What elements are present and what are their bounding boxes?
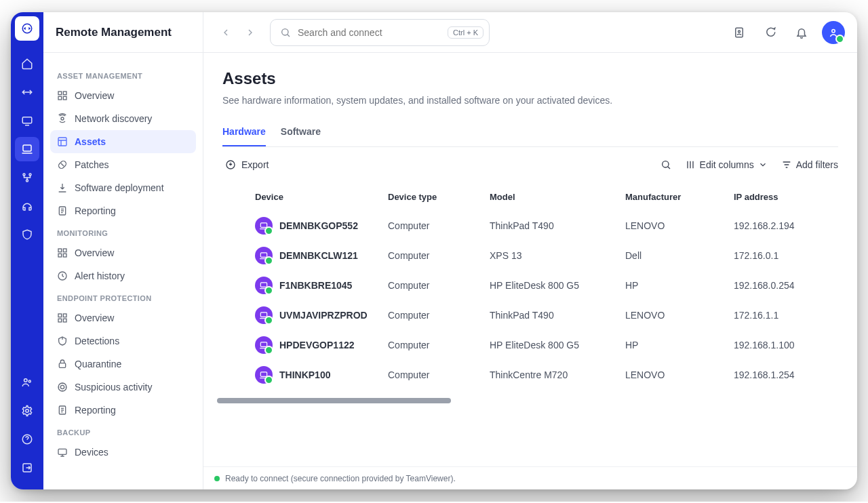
device-cell: HPDEVGOP1122 (255, 336, 388, 354)
table-row[interactable]: DEMNBKGOP552ComputerThinkPad T490LENOVO1… (222, 211, 838, 241)
table-row[interactable]: THINKP100ComputerThinkCentre M720LENOVO1… (222, 360, 838, 390)
sidebar-item-assets[interactable]: Assets (50, 130, 196, 153)
col-type: Device type (388, 192, 490, 202)
search-shortcut: Ctrl + K (448, 26, 484, 39)
svg-point-4 (29, 174, 31, 176)
tabs: HardwareSoftware (222, 121, 838, 147)
cell-type: Computer (388, 369, 490, 380)
table-row[interactable]: DEMNBKCLW121ComputerXPS 13Dell172.16.0.1 (222, 241, 838, 270)
sidebar-item-overview[interactable]: Overview (50, 84, 196, 107)
cell-model: HP EliteDesk 800 G5 (490, 340, 625, 350)
device-icon (255, 306, 273, 324)
svg-rect-43 (260, 342, 267, 346)
cell-ip: 192.168.0.254 (734, 280, 835, 291)
rail-shield-icon[interactable] (15, 222, 39, 247)
sidebar-item-software-deployment[interactable]: Software deployment (50, 176, 196, 199)
status-text: Ready to connect (secure connection prov… (225, 474, 456, 483)
cell-ip: 192.168.1.100 (734, 340, 835, 350)
tab-hardware[interactable]: Hardware (222, 121, 266, 146)
sidebar-item-overview[interactable]: Overview (50, 241, 196, 264)
svg-rect-39 (260, 223, 267, 227)
rail-help-icon[interactable] (15, 427, 39, 451)
messages-icon[interactable] (760, 22, 781, 43)
device-cell: DEMNBKGOP552 (255, 217, 388, 235)
sidebar-item-detections[interactable]: Detections (50, 329, 196, 353)
sidebar-item-alert-history[interactable]: Alert history (50, 264, 196, 287)
edit-columns-button[interactable]: Edit columns (685, 159, 768, 170)
svg-rect-42 (260, 313, 267, 317)
svg-rect-24 (58, 314, 62, 317)
app-title-bar: Remote Management (43, 12, 203, 53)
cell-model: ThinkPad T490 (490, 310, 625, 321)
device-cell: THINKP100 (255, 366, 388, 384)
cell-ip: 192.168.2.194 (734, 220, 835, 231)
table-header: Device Device type Model Manufacturer IP… (222, 182, 838, 211)
export-button[interactable]: Export (222, 155, 271, 174)
svg-rect-20 (63, 249, 66, 252)
rail-workflow-icon[interactable] (15, 165, 39, 190)
table-row[interactable]: UVMJAVIPRZPRODComputerThinkPad T490LENOV… (222, 300, 838, 330)
nav-back-button[interactable] (216, 22, 236, 43)
col-ip: IP address (734, 192, 835, 202)
cell-model: HP EliteDesk 800 G5 (490, 280, 625, 291)
horizontal-scrollbar[interactable] (217, 398, 838, 403)
sidebar-item-quarantine[interactable]: Quarantine (50, 353, 196, 376)
rail-users-icon[interactable] (15, 370, 39, 395)
tab-software[interactable]: Software (281, 121, 321, 146)
sidebar-item-suspicious-activity[interactable]: Suspicious activity (50, 376, 196, 399)
table-search-button[interactable] (660, 159, 671, 170)
rail-chat-icon[interactable] (15, 108, 39, 133)
page-subtitle: See hardware information, system updates… (222, 95, 838, 106)
cell-manufacturer: HP (625, 280, 734, 291)
sidebar-item-reporting[interactable]: Reporting (50, 199, 196, 222)
svg-point-30 (60, 385, 64, 388)
rail-home-icon[interactable] (15, 52, 39, 76)
device-cell: UVMJAVIPRZPROD (255, 306, 388, 324)
topbar: Ctrl + K (203, 12, 857, 53)
sidebar-item-devices[interactable]: Devices (50, 441, 196, 464)
search-field[interactable]: Ctrl + K (270, 19, 490, 46)
cell-model: ThinkPad T490 (490, 220, 625, 231)
svg-rect-13 (58, 96, 62, 100)
notifications-icon[interactable] (791, 22, 812, 43)
edit-columns-label: Edit columns (700, 159, 754, 170)
rail-assets-icon[interactable] (15, 137, 39, 161)
add-filters-button[interactable]: Add filters (781, 159, 838, 170)
rail-settings-icon[interactable] (15, 399, 39, 423)
svg-rect-32 (58, 449, 66, 454)
sidebar-item-reporting[interactable]: Reporting (50, 399, 196, 422)
rail-support-icon[interactable] (15, 194, 39, 218)
sidebar-item-network-discovery[interactable]: Network discovery (50, 107, 196, 130)
search-input[interactable] (298, 27, 441, 38)
cell-type: Computer (388, 340, 490, 350)
svg-rect-41 (260, 283, 267, 287)
add-filters-label: Add filters (796, 159, 838, 170)
nav-forward-button[interactable] (240, 22, 260, 43)
rail-exit-icon[interactable] (15, 456, 39, 480)
col-manufacturer: Manufacturer (625, 192, 734, 202)
cell-type: Computer (388, 310, 490, 321)
user-avatar[interactable] (822, 21, 845, 44)
rail-transfer-icon[interactable] (15, 80, 39, 104)
svg-rect-22 (63, 254, 66, 257)
cell-model: XPS 13 (490, 250, 625, 261)
svg-rect-1 (22, 117, 32, 123)
brand-logo (15, 16, 39, 41)
sidebar-item-patches[interactable]: Patches (50, 153, 196, 176)
svg-point-15 (61, 117, 64, 120)
col-device: Device (255, 192, 388, 202)
cell-type: Computer (388, 250, 490, 261)
device-icon (255, 217, 273, 235)
contacts-icon[interactable] (728, 22, 750, 43)
svg-point-38 (662, 161, 668, 167)
device-icon (255, 247, 273, 264)
cell-ip: 172.16.0.1 (734, 250, 835, 261)
table-row[interactable]: HPDEVGOP1122ComputerHP EliteDesk 800 G5H… (222, 330, 838, 360)
device-icon (255, 277, 273, 294)
cell-manufacturer: LENOVO (625, 220, 734, 231)
svg-point-3 (23, 174, 25, 176)
cell-ip: 192.168.1.254 (734, 369, 835, 380)
status-bar: Ready to connect (secure connection prov… (203, 466, 857, 489)
sidebar-item-overview[interactable]: Overview (50, 306, 196, 329)
table-row[interactable]: F1NBKBRE1045ComputerHP EliteDesk 800 G5H… (222, 270, 838, 300)
